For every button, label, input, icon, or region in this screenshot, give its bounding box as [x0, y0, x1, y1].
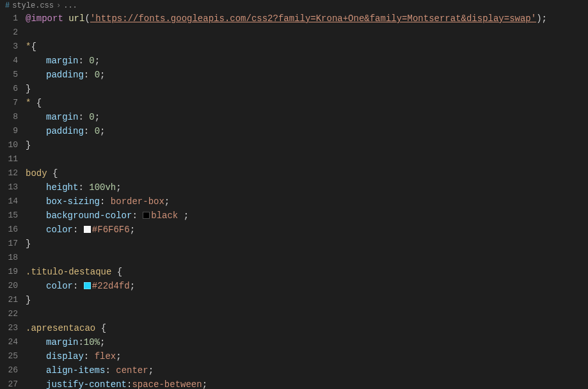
code-line[interactable]: margin: 0; — [26, 110, 583, 124]
code-token: 100vh — [89, 182, 116, 193]
line-number: 10 — [0, 138, 18, 152]
code-line[interactable]: color: #F6F6F6; — [26, 223, 583, 237]
line-number: 9 — [0, 124, 18, 138]
code-content[interactable]: @import url('https://fonts.googleapis.co… — [26, 12, 588, 389]
code-token: ; — [130, 225, 135, 235]
code-token: box-sizing — [46, 196, 100, 207]
code-token: } — [26, 239, 31, 249]
code-token: margin — [46, 112, 78, 122]
code-line[interactable]: @import url('https://fonts.googleapis.co… — [26, 12, 583, 26]
code-line[interactable] — [26, 152, 583, 166]
code-token: ; — [202, 379, 207, 389]
color-swatch — [143, 212, 150, 219]
code-token: { — [31, 42, 36, 52]
code-token: padding — [46, 70, 84, 80]
code-token — [63, 13, 68, 24]
code-token: .titulo-destaque — [26, 267, 111, 277]
code-line[interactable]: } — [26, 237, 583, 251]
code-token: #22d4fd — [92, 281, 130, 291]
code-line[interactable]: * { — [26, 96, 583, 110]
code-line[interactable]: display: flex; — [26, 349, 583, 363]
code-line[interactable]: color: #22d4fd; — [26, 279, 583, 293]
code-token: ; — [116, 182, 121, 193]
breadcrumb-filename: style.css — [12, 1, 54, 10]
code-token: 0 — [89, 56, 94, 66]
line-number: 20 — [0, 279, 18, 293]
code-token: ) — [536, 13, 541, 24]
code-line[interactable]: padding: 0; — [26, 124, 583, 138]
code-token: body — [26, 168, 47, 179]
code-line[interactable]: } — [26, 82, 583, 96]
code-editor[interactable]: 1234567891011121314151617181920212223242… — [0, 12, 588, 389]
code-token — [95, 323, 100, 333]
code-line[interactable]: box-sizing: border-box; — [26, 194, 583, 209]
line-number: 7 — [0, 96, 18, 110]
line-number: 21 — [0, 293, 18, 307]
code-token: { — [117, 267, 122, 277]
line-number: 15 — [0, 209, 18, 223]
code-token: justify-content — [46, 379, 127, 389]
code-token: : — [73, 281, 84, 291]
line-number: 11 — [0, 152, 18, 166]
code-line[interactable]: .apresentacao { — [26, 321, 583, 335]
line-number: 2 — [0, 26, 18, 40]
code-line[interactable]: margin: 0; — [26, 54, 583, 68]
code-token: : — [78, 112, 89, 122]
line-number: 4 — [0, 54, 18, 68]
breadcrumb[interactable]: # style.css › ... — [0, 0, 588, 12]
line-number: 12 — [0, 166, 18, 180]
code-line[interactable]: align-items: center; — [26, 363, 583, 377]
code-token: { — [36, 98, 42, 108]
code-token: @import — [26, 13, 63, 24]
code-token: ; — [184, 210, 189, 221]
line-number: 22 — [0, 307, 18, 321]
code-line[interactable]: body { — [26, 166, 583, 180]
line-number-gutter: 1234567891011121314151617181920212223242… — [0, 12, 26, 389]
code-token: : — [78, 56, 89, 66]
line-number: 24 — [0, 335, 18, 349]
code-line[interactable]: justify-content:space-between; — [26, 377, 583, 389]
code-token: 0 — [95, 70, 100, 80]
line-number: 23 — [0, 321, 18, 335]
code-token: .apresentacao — [26, 323, 95, 333]
code-line[interactable]: background-color: black ; — [26, 209, 583, 223]
code-token: : — [73, 225, 84, 235]
code-token: 10% — [84, 337, 100, 347]
code-token: : — [105, 365, 116, 376]
code-token: ; — [148, 365, 154, 376]
code-token: } — [26, 140, 31, 150]
code-line[interactable]: *{ — [26, 40, 583, 54]
code-token: ; — [100, 70, 105, 80]
code-token: 0 — [95, 126, 100, 136]
code-line[interactable] — [26, 251, 583, 265]
code-line[interactable]: .titulo-destaque { — [26, 265, 583, 279]
code-line[interactable] — [26, 26, 583, 40]
code-line[interactable]: margin:10%; — [26, 335, 583, 349]
code-token — [47, 168, 52, 179]
code-token: : — [84, 70, 95, 80]
color-swatch — [84, 226, 91, 233]
code-token: url — [68, 13, 84, 24]
code-token: black — [151, 210, 183, 221]
code-token: : — [132, 210, 143, 221]
line-number: 18 — [0, 251, 18, 265]
code-token: ; — [95, 56, 100, 66]
line-number: 8 — [0, 110, 18, 124]
code-token: ; — [100, 126, 105, 136]
code-line[interactable]: height: 100vh; — [26, 180, 583, 194]
code-token: ; — [95, 112, 100, 122]
code-line[interactable] — [26, 307, 583, 321]
code-token: 0 — [89, 112, 94, 122]
code-token: display — [46, 351, 84, 361]
code-token: padding — [46, 126, 84, 136]
code-token: color — [46, 225, 73, 235]
code-token: } — [26, 295, 31, 305]
line-number: 19 — [0, 265, 18, 279]
code-line[interactable]: padding: 0; — [26, 68, 583, 82]
line-number: 27 — [0, 377, 18, 389]
code-token — [111, 267, 116, 277]
code-line[interactable]: } — [26, 293, 583, 307]
line-number: 26 — [0, 363, 18, 377]
code-line[interactable]: } — [26, 138, 583, 152]
code-token: { — [52, 168, 58, 179]
